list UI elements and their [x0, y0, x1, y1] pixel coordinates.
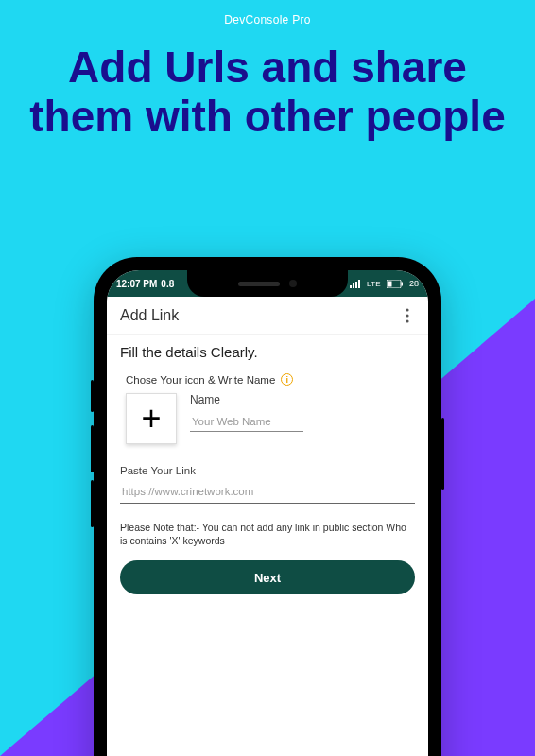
status-secondary: 0.8	[161, 279, 174, 289]
kebab-icon	[406, 308, 409, 323]
icon-picker-button[interactable]: +	[126, 393, 177, 444]
battery-text: 28	[409, 279, 419, 288]
url-field-label: Paste Your Link	[120, 465, 415, 476]
url-input[interactable]	[120, 482, 415, 504]
phone-side-button	[441, 418, 444, 490]
svg-rect-7	[355, 282, 357, 288]
phone-speaker	[238, 282, 280, 286]
icon-name-label-text: Chose Your icon & Write Name	[126, 374, 275, 386]
status-time: 12:07 PM	[116, 279, 157, 289]
phone-screen: 12:07 PM 0.8 LTE 28	[107, 270, 428, 756]
network-icon	[350, 280, 361, 288]
phone-side-button	[91, 425, 94, 472]
appbar-title: Add Link	[120, 307, 179, 324]
form-content: Fill the details Clearly. Chose Your ico…	[107, 335, 428, 610]
promo-stage: DevConsole Pro Add Urls and share them w…	[0, 0, 535, 756]
name-field-label: Name	[190, 393, 303, 406]
phone-notch	[187, 270, 348, 297]
overflow-menu-button[interactable]	[394, 302, 421, 329]
svg-point-13	[406, 314, 408, 317]
battery-icon	[387, 280, 404, 288]
app-bar: Add Link	[107, 297, 428, 335]
svg-point-14	[406, 319, 408, 322]
svg-rect-6	[353, 284, 354, 288]
phone-frame: 12:07 PM 0.8 LTE 28	[94, 257, 441, 756]
plus-icon: +	[141, 402, 161, 436]
name-input[interactable]	[190, 412, 303, 432]
form-heading: Fill the details Clearly.	[120, 344, 415, 360]
svg-rect-11	[401, 282, 403, 285]
phone-side-button	[91, 380, 94, 412]
svg-rect-10	[388, 281, 391, 286]
svg-point-12	[406, 308, 408, 311]
icon-name-section-label: Chose Your icon & Write Name i	[126, 373, 415, 386]
brand-label: DevConsole Pro	[0, 13, 535, 26]
headline: Add Urls and share them with other peopl…	[0, 43, 535, 141]
info-icon[interactable]: i	[281, 373, 293, 386]
svg-rect-5	[350, 285, 352, 288]
phone-side-button	[91, 480, 94, 527]
phone-camera	[289, 280, 297, 287]
svg-rect-8	[358, 280, 360, 288]
network-label: LTE	[367, 280, 381, 288]
next-button[interactable]: Next	[120, 560, 415, 594]
note-text: Please Note that:- You can not add any l…	[120, 521, 415, 547]
